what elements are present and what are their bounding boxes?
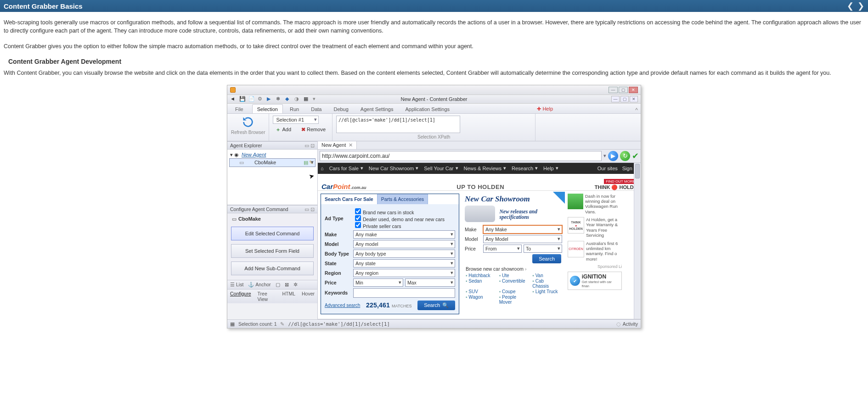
pane-pin-icon[interactable]: ⊡ — [310, 206, 315, 212]
minimize-icon[interactable]: — — [609, 87, 618, 93]
add-button[interactable]: ＋Add — [273, 126, 294, 134]
edit-command-button[interactable]: Edit Selected Command — [231, 227, 314, 240]
intro-para-1: Web-scraping tools generally use macros … — [4, 18, 864, 35]
carpoint-logo[interactable]: CarPoint.com.au — [321, 183, 366, 190]
reload-button[interactable]: ↻ — [620, 151, 630, 161]
prev-icon[interactable]: ❮ — [847, 2, 854, 10]
selection-combo[interactable]: Selection #1 — [273, 116, 319, 124]
url-dropdown-icon[interactable]: ▾ — [603, 153, 606, 159]
make-select[interactable]: Any make — [353, 230, 455, 239]
nav-our-sites[interactable]: Our sites — [597, 166, 618, 171]
link-suv[interactable]: SUV — [466, 289, 495, 294]
link-cab-chassis[interactable]: Cab Chassis — [532, 278, 561, 289]
link-convertible[interactable]: Convertible — [499, 278, 528, 289]
link-sedan[interactable]: Sedan — [466, 278, 495, 289]
close-icon[interactable]: ✕ — [629, 87, 638, 93]
activity-label[interactable]: Activity — [623, 321, 638, 327]
pane-dock-icon[interactable]: ▭ — [304, 143, 309, 148]
tree-item-cbomake[interactable]: CboMake — [254, 160, 276, 165]
body-select[interactable]: Any body type — [353, 250, 455, 258]
region-select[interactable]: Any region — [353, 269, 455, 277]
search-button[interactable]: Search🔍 — [417, 301, 455, 310]
chk-private[interactable]: Private seller cars — [355, 223, 401, 229]
chk-brand-new[interactable]: Brand new cars in stock — [355, 210, 414, 215]
m-search-button[interactable]: Search — [532, 254, 561, 263]
advanced-link[interactable]: Advanced search — [325, 303, 360, 308]
agent-tree[interactable]: ▾◉New Agent ▭ CboMake ▤✎ ➤ — [227, 150, 317, 205]
home-icon[interactable]: ⌂ — [321, 166, 324, 171]
tab-agent-settings[interactable]: Agent Settings — [355, 104, 399, 113]
ad-thumb[interactable]: CITROËN — [568, 241, 584, 257]
link-ute[interactable]: Ute — [499, 273, 528, 278]
nav-research[interactable]: Research▾ — [512, 165, 538, 171]
keywords-input[interactable] — [353, 288, 455, 298]
price-min-select[interactable]: Min — [353, 278, 403, 287]
link-van[interactable]: Van — [532, 273, 561, 278]
remove-button[interactable]: ✖Remove — [299, 126, 328, 134]
anchor-button[interactable]: ⚓Anchor — [248, 282, 271, 288]
find-out-more-button[interactable]: FIND OUT MORE — [604, 179, 637, 184]
bottom-tab-html[interactable]: HTML — [282, 291, 295, 302]
bottom-tab-tree[interactable]: Tree View — [258, 291, 276, 302]
chk-dealer[interactable]: Dealer used, demo and near new cars — [355, 217, 445, 222]
nav-sell[interactable]: Sell Your Car▾ — [424, 165, 458, 171]
tool-icon-1[interactable]: ▢ — [276, 282, 280, 287]
cursor-icon: ➤ — [308, 172, 316, 180]
tab-debug[interactable]: Debug — [328, 104, 353, 113]
maximize-icon[interactable]: ▢ — [619, 87, 628, 93]
tab-application-settings[interactable]: Application Settings — [400, 104, 455, 113]
link-coupe[interactable]: Coupe — [499, 289, 528, 294]
doc-tab[interactable]: New Agent ✕ — [318, 141, 357, 149]
list-button[interactable]: ☰List — [230, 282, 243, 287]
tree-collapse-icon[interactable]: ▾ — [230, 152, 233, 158]
xpath-input[interactable]: //dl[@class='make']/dd[1]/select[1] — [336, 116, 460, 133]
bottom-tab-configure[interactable]: Configure — [230, 291, 251, 302]
add-subcommand-button[interactable]: Add New Sub-Command — [231, 262, 314, 275]
ad-thumb[interactable]: THINK●HOLDEN — [568, 217, 584, 234]
tree-root[interactable]: New Agent — [242, 152, 266, 157]
tool-icon-3[interactable]: ✲ — [293, 282, 298, 287]
nav-new[interactable]: New Car Showroom▾ — [369, 165, 418, 171]
model-select[interactable]: Any model — [353, 240, 455, 248]
go-button[interactable]: ▶ — [608, 151, 618, 161]
tab-file[interactable]: File — [230, 104, 248, 113]
link-people-mover[interactable]: People Mover — [499, 295, 528, 305]
ignition-title: iGNITION — [582, 273, 620, 280]
m-price-from[interactable]: From — [483, 245, 522, 253]
ok-icon[interactable]: ✔ — [632, 151, 639, 161]
nav-cars[interactable]: Cars for Sale▾ — [329, 165, 363, 171]
nav-news[interactable]: News & Reviews▾ — [464, 165, 507, 171]
wand-icon[interactable]: ✎ — [309, 160, 313, 166]
pane-dock-icon[interactable]: ▭ — [304, 206, 309, 212]
m-make-select[interactable]: Any Make — [483, 225, 562, 234]
scrollbar[interactable] — [634, 163, 641, 319]
nav-help[interactable]: Help▾ — [543, 165, 558, 171]
ignition-ad[interactable]: ✔ iGNITION Get started with car finan — [568, 272, 622, 290]
link-wagon[interactable]: Wagon — [466, 295, 495, 305]
tab-selection[interactable]: Selection — [252, 104, 283, 113]
m-price-to[interactable]: To — [524, 245, 562, 253]
price-max-select[interactable]: Max — [405, 278, 455, 287]
next-icon[interactable]: ❯ — [857, 2, 864, 10]
close-icon[interactable]: ✕ — [349, 142, 353, 148]
m-model-select[interactable]: Any Model — [483, 235, 562, 243]
set-form-field-button[interactable]: Set Selected Form Field — [231, 244, 314, 258]
browser-viewport: ⌂ Cars for Sale▾ New Car Showroom▾ Sell … — [318, 163, 641, 319]
ribbon-collapse-icon[interactable]: ^ — [635, 107, 638, 113]
status-edit-icon[interactable]: ✎ — [280, 321, 284, 327]
pane-pin-icon[interactable]: ⊡ — [310, 143, 315, 148]
state-select[interactable]: Any state — [353, 259, 455, 267]
tab-help[interactable]: ✚ Help — [532, 104, 558, 113]
bottom-tab-hover[interactable]: Hover — [302, 291, 315, 302]
tool-icon-2[interactable]: ⊠ — [285, 282, 289, 287]
url-input[interactable] — [320, 151, 602, 161]
tab-data[interactable]: Data — [306, 104, 327, 113]
link-hatchback[interactable]: Hatchback — [466, 273, 495, 278]
tab-run[interactable]: Run — [285, 104, 304, 113]
link-light-truck[interactable]: Light Truck — [532, 289, 561, 294]
ad-thumb[interactable] — [568, 194, 583, 209]
refresh-icon[interactable] — [242, 116, 254, 128]
tab-search-cars[interactable]: Search Cars For Sale — [321, 194, 378, 204]
edit-icon[interactable]: ▤ — [304, 160, 308, 166]
tab-parts[interactable]: Parts & Accessories — [378, 194, 428, 204]
